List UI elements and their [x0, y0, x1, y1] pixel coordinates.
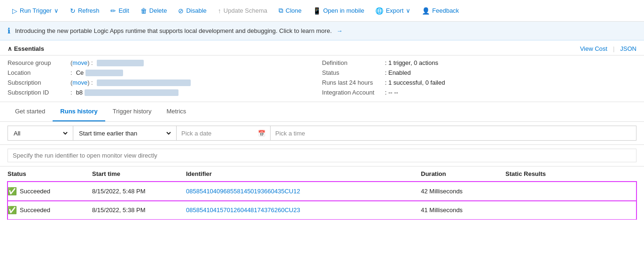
cell-duration-0: 42 Milliseconds [421, 182, 505, 201]
cell-starttime-1: 8/15/2022, 5:38 PM [92, 201, 186, 220]
tab-metrics[interactable]: Metrics [159, 102, 194, 121]
cell-static-1 [505, 201, 636, 220]
update-schema-button[interactable]: ↑ Update Schema [213, 4, 272, 17]
chevron-down-icon: ∨ [54, 7, 59, 14]
cell-status-1: ✅ Succeeded [8, 201, 92, 220]
view-cost-link[interactable]: View Cost [580, 45, 607, 52]
clone-button[interactable]: ⧉ Clone [274, 4, 306, 17]
learn-more-link[interactable]: → [336, 27, 342, 34]
tab-get-started[interactable]: Get started [8, 102, 53, 121]
refresh-button[interactable]: ↻ Refresh [65, 4, 104, 17]
table-row[interactable]: ✅ Succeeded 8/15/2022, 5:48 PM 085854104… [8, 182, 636, 201]
feedback-button[interactable]: 👤 Feedback [417, 4, 464, 17]
status-text: Succeeded [20, 206, 50, 214]
cell-status-0: ✅ Succeeded [8, 182, 92, 201]
refresh-icon: ↻ [70, 7, 76, 15]
essentials-grid: Resource group (move) : Location : Ce Su… [0, 56, 644, 102]
export-icon: 🌐 [375, 7, 383, 15]
location-row: Location : Ce [8, 69, 322, 76]
subscription-id-row: Subscription ID : b8 [8, 89, 322, 96]
cell-duration-1: 41 Milliseconds [421, 201, 505, 220]
col-header-status: Status [8, 167, 92, 182]
col-header-duration: Duration [421, 167, 505, 182]
essentials-left-col: Resource group (move) : Location : Ce Su… [8, 59, 322, 96]
table-row[interactable]: ✅ Succeeded 8/15/2022, 5:38 PM 085854104… [8, 201, 636, 220]
status-row: Status : Enabled [322, 69, 637, 76]
success-icon: ✅ [8, 206, 17, 214]
definition-row: Definition : 1 trigger, 0 actions [322, 59, 637, 66]
info-banner: ℹ Introducing the new portable Logic App… [0, 22, 644, 40]
edit-icon: ✏ [110, 7, 116, 15]
edit-button[interactable]: ✏ Edit [106, 4, 133, 17]
table-header-row: Status Start time Identifier Duration St… [8, 167, 636, 182]
date-picker[interactable]: Pick a date 📅 [177, 126, 271, 141]
cell-static-0 [505, 182, 636, 201]
time-placeholder-text: Pick a time [275, 130, 305, 137]
time-filter[interactable]: Start time earlier than Start time later… [73, 126, 177, 141]
runs-table-wrapper: Status Start time Identifier Duration St… [0, 167, 644, 220]
tab-trigger-history[interactable]: Trigger history [105, 102, 159, 121]
col-header-identifier: Identifier [186, 167, 421, 182]
cell-identifier-1: 08585410415701260448174376260CU23 [186, 201, 421, 220]
status-filter[interactable]: All Succeeded Failed Running Cancelled [8, 126, 73, 141]
cell-identifier-0: 08585410409685581450193660435CU12 [186, 182, 421, 201]
date-placeholder-text: Pick a date [181, 130, 211, 137]
delete-icon: 🗑 [140, 7, 147, 15]
essentials-title: ∧ Essentials [8, 45, 44, 52]
upload-icon: ↑ [218, 7, 221, 15]
integration-row: Integration Account : -- -- [322, 89, 637, 96]
resource-group-row: Resource group (move) : [8, 59, 322, 66]
run-trigger-button[interactable]: ▷ Run Trigger ∨ [8, 4, 63, 17]
run-icon: ▷ [12, 7, 17, 15]
subscription-row: Subscription (move) : [8, 79, 322, 86]
resource-group-move-link[interactable]: move [72, 59, 87, 66]
delete-button[interactable]: 🗑 Delete [136, 4, 172, 17]
tab-runs-history[interactable]: Runs history [53, 102, 105, 121]
tabs-bar: Get started Runs history Trigger history… [0, 102, 644, 122]
disable-icon: ⊘ [178, 7, 184, 15]
time-filter-select[interactable]: Start time earlier than Start time later… [77, 129, 172, 137]
success-icon: ✅ [8, 187, 17, 196]
run-id-row [0, 145, 644, 167]
runs-table: Status Start time Identifier Duration St… [8, 167, 636, 220]
runs-row: Runs last 24 hours : 1 successful, 0 fai… [322, 79, 637, 86]
subscription-move-link[interactable]: move [72, 79, 87, 86]
chevron-down-icon: ∨ [406, 7, 411, 14]
essentials-section-header: ∧ Essentials View Cost | JSON [0, 40, 644, 56]
time-picker[interactable]: Pick a time [271, 126, 636, 141]
run-id-input[interactable] [8, 149, 636, 162]
clone-icon: ⧉ [279, 7, 283, 15]
cell-starttime-0: 8/15/2022, 5:48 PM [92, 182, 186, 201]
col-header-starttime: Start time [92, 167, 186, 182]
col-header-static-results: Static Results [505, 167, 636, 182]
calendar-icon: 📅 [258, 130, 265, 137]
json-link[interactable]: JSON [620, 45, 636, 52]
feedback-icon: 👤 [422, 7, 430, 15]
filters-bar: All Succeeded Failed Running Cancelled S… [0, 122, 644, 145]
status-select[interactable]: All Succeeded Failed Running Cancelled [12, 129, 69, 137]
essentials-right-col: Definition : 1 trigger, 0 actions Status… [322, 59, 637, 96]
essentials-links: View Cost | JSON [580, 45, 636, 52]
status-text: Succeeded [20, 188, 50, 195]
info-icon: ℹ [8, 26, 10, 35]
disable-button[interactable]: ⊘ Disable [173, 4, 211, 17]
export-button[interactable]: 🌐 Export ∨ [371, 4, 415, 17]
mobile-icon: 📱 [313, 7, 321, 15]
toolbar: ▷ Run Trigger ∨ ↻ Refresh ✏ Edit 🗑 Delet… [0, 0, 644, 22]
open-mobile-button[interactable]: 📱 Open in mobile [308, 4, 369, 17]
